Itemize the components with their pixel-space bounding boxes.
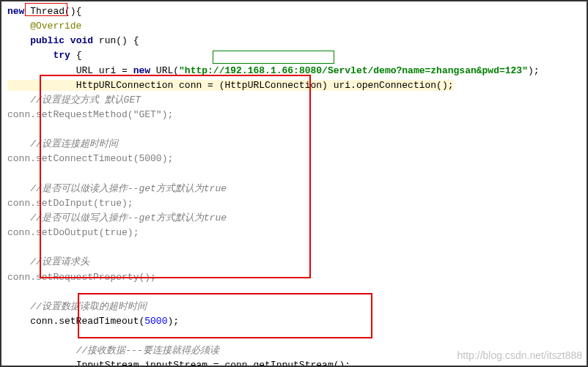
readtimeout-b: );: [167, 316, 179, 327]
kw-public: public: [30, 35, 65, 46]
gray-1: conn.setRequestMethod("GET");: [7, 109, 173, 120]
kw-try: try: [53, 50, 70, 61]
url-decl-a: URL uri =: [76, 65, 133, 76]
comment-7: //接收数据---要连接就得必须读: [76, 345, 219, 356]
annotation-override: @Override: [7, 21, 81, 31]
comment-3: //是否可以做读入操作--get方式默认为true: [7, 183, 227, 194]
comment-5: //设置请求头: [7, 256, 89, 267]
comment-1: //设置提交方式 默认GET: [7, 94, 141, 105]
inputstream-decl: InputStream inputStream = conn.getInputS…: [76, 360, 350, 367]
gray-5: conn.setRequestProperty();: [7, 272, 156, 283]
comment-4: //是否可以做写入操作--get方式默认为true: [7, 212, 227, 223]
comment-6: //设置数据读取的超时时间: [7, 301, 147, 312]
code-block: new Thread(){ @Override public void run(…: [1, 1, 587, 367]
comment-2: //设置连接超时时间: [7, 138, 118, 149]
kw-void: void: [70, 35, 93, 46]
url-string: "http://192.168.1.66:8080/Servlet/demo?n…: [179, 65, 528, 76]
kw-new: new: [7, 6, 24, 17]
readtimeout-num: 5000: [144, 316, 167, 327]
thread-decl: Thread(){: [24, 6, 81, 17]
code-screenshot: { "code": { "t_new": "new", "t_thread": …: [0, 0, 588, 367]
try-brace: {: [70, 50, 82, 61]
gray-4: conn.setDoOutput(true);: [7, 227, 139, 238]
url-decl-b: URL(: [150, 65, 179, 76]
conn-decl: HttpURLConnection conn = (HttpURLConnect…: [76, 80, 454, 91]
url-decl-c: );: [528, 65, 540, 76]
gray-2: conn.setConnectTimeout(5000);: [7, 153, 173, 164]
readtimeout-a: conn.setReadTimeout(: [7, 316, 144, 327]
gray-3: conn.setDoInput(true);: [7, 198, 133, 209]
kw-new2: new: [133, 65, 150, 76]
run-sig: run() {: [93, 35, 139, 46]
